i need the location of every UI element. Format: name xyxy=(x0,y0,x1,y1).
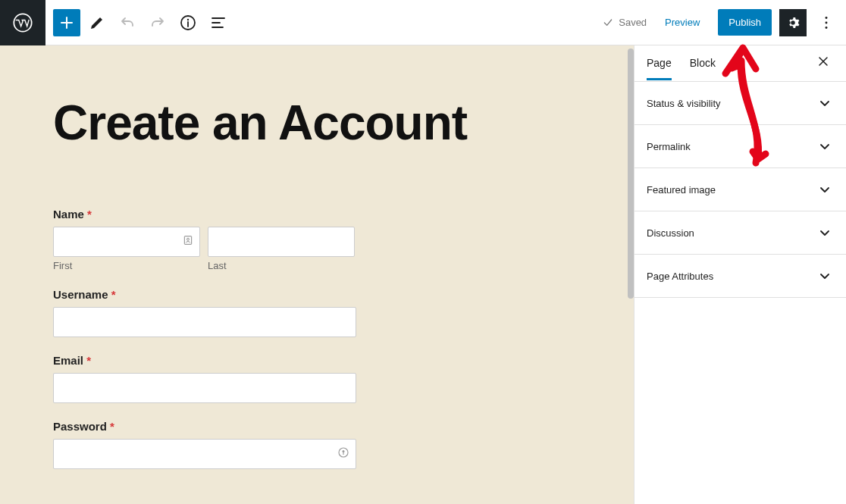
gear-icon xyxy=(785,14,801,31)
preview-button[interactable]: Preview xyxy=(659,12,706,33)
chevron-down-icon xyxy=(816,267,834,285)
panel-status-visibility[interactable]: Status & visibility xyxy=(634,82,846,125)
chevron-down-icon xyxy=(816,94,834,112)
more-options-button[interactable] xyxy=(813,9,840,36)
svg-point-3 xyxy=(826,17,828,19)
chevron-down-icon xyxy=(816,224,834,242)
chevron-down-icon xyxy=(816,180,834,199)
svg-point-4 xyxy=(826,21,828,23)
info-button[interactable] xyxy=(174,9,202,36)
scrollbar[interactable] xyxy=(628,49,634,299)
email-input[interactable] xyxy=(53,373,356,403)
settings-sidebar: Page Block Status & visibility Permalink… xyxy=(634,45,846,504)
required-mark: * xyxy=(110,420,114,433)
publish-button[interactable]: Publish xyxy=(718,9,772,36)
outline-button[interactable] xyxy=(205,9,232,36)
last-name-input[interactable] xyxy=(208,227,355,257)
undo-button[interactable] xyxy=(114,9,141,36)
panel-page-attributes[interactable]: Page Attributes xyxy=(634,255,846,298)
last-sublabel: Last xyxy=(208,260,355,271)
redo-button[interactable] xyxy=(144,9,171,36)
panel-discussion[interactable]: Discussion xyxy=(634,211,846,255)
edit-tool-button[interactable] xyxy=(83,9,111,36)
first-name-input[interactable] xyxy=(53,227,200,257)
page-title[interactable]: Create an Account xyxy=(53,99,581,147)
username-label: Username * xyxy=(53,288,581,301)
required-mark: * xyxy=(87,208,92,221)
chevron-down-icon xyxy=(816,137,834,155)
save-status: Saved xyxy=(602,17,647,29)
close-sidebar-button[interactable] xyxy=(813,51,834,76)
checkmark-icon xyxy=(602,17,614,29)
name-label: Name * xyxy=(53,208,581,221)
first-sublabel: First xyxy=(53,260,200,271)
wordpress-logo[interactable] xyxy=(0,0,45,45)
username-input[interactable] xyxy=(53,307,356,337)
editor-canvas[interactable]: Create an Account Name * First xyxy=(0,45,634,504)
panel-featured-image[interactable]: Featured image xyxy=(634,168,846,211)
password-input[interactable] xyxy=(53,439,356,469)
saved-label: Saved xyxy=(619,17,647,28)
svg-point-5 xyxy=(826,26,828,28)
email-label: Email * xyxy=(53,354,581,367)
panel-permalink[interactable]: Permalink xyxy=(634,125,846,168)
add-block-button[interactable] xyxy=(53,9,80,36)
dots-vertical-icon xyxy=(818,14,835,31)
required-mark: * xyxy=(86,354,91,367)
required-mark: * xyxy=(111,288,116,301)
close-icon xyxy=(816,54,831,69)
svg-point-2 xyxy=(187,18,189,20)
password-label: Password * xyxy=(53,420,581,433)
tab-block[interactable]: Block xyxy=(690,57,716,80)
tab-page[interactable]: Page xyxy=(647,57,672,80)
settings-button[interactable] xyxy=(779,9,807,36)
